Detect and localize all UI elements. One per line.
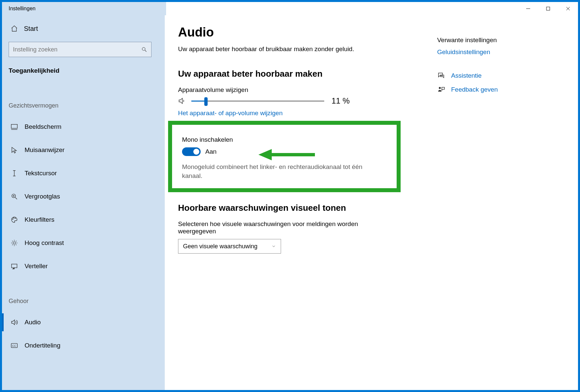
home-label: Start bbox=[24, 25, 38, 33]
speaker-icon bbox=[11, 319, 18, 326]
sidebar-item-captions[interactable]: CC Ondertiteling bbox=[9, 334, 158, 357]
visual-alert-dropdown[interactable]: Geen visuele waarschuwing bbox=[178, 239, 281, 254]
svg-rect-6 bbox=[11, 124, 17, 128]
svg-point-14 bbox=[15, 218, 16, 219]
window-title: Instellingen bbox=[2, 6, 36, 12]
search-box[interactable] bbox=[9, 42, 151, 57]
related-panel: Verwante instellingen Geluidsinstellinge… bbox=[437, 25, 553, 380]
sidebar-item-narrator[interactable]: Verteller bbox=[9, 255, 158, 278]
arrow-annotation-icon bbox=[258, 148, 315, 161]
home-button[interactable]: Start bbox=[9, 19, 158, 38]
link-sound-settings[interactable]: Geluidsinstellingen bbox=[437, 48, 553, 56]
svg-rect-1 bbox=[546, 7, 550, 10]
narrator-icon bbox=[11, 263, 18, 270]
group-vision: Gezichtsvermogen bbox=[9, 102, 158, 109]
chevron-down-icon bbox=[271, 244, 276, 249]
svg-line-23 bbox=[16, 241, 17, 242]
svg-line-21 bbox=[16, 245, 17, 245]
mono-description: Monogeluid combineert het linker- en rec… bbox=[182, 163, 375, 180]
slider-thumb[interactable] bbox=[204, 97, 208, 106]
highlight-annotation: Mono inschakelen Aan Monogeluid combinee… bbox=[168, 121, 401, 192]
toggle-knob bbox=[193, 149, 199, 155]
sidebar-item-display[interactable]: Beeldscherm bbox=[9, 115, 158, 138]
page-title: Audio bbox=[178, 25, 437, 39]
dropdown-value: Geen visuele waarschuwing bbox=[183, 243, 257, 250]
svg-line-9 bbox=[15, 197, 17, 199]
page-subtitle: Uw apparaat beter hoorbaar of bruikbaar … bbox=[178, 45, 437, 53]
close-button[interactable] bbox=[558, 2, 578, 15]
mono-title: Mono inschakelen bbox=[182, 136, 387, 143]
text-cursor-icon bbox=[11, 170, 18, 177]
group-hearing: Gehoor bbox=[9, 298, 158, 305]
sidebar-item-color-filters[interactable]: Kleurfilters bbox=[9, 208, 158, 231]
search-icon bbox=[141, 46, 147, 52]
category-label: Toegankelijkheid bbox=[9, 67, 158, 74]
home-icon bbox=[11, 25, 18, 32]
volume-icon bbox=[178, 97, 186, 105]
volume-label: Apparaatvolume wijzigen bbox=[178, 86, 437, 94]
svg-point-12 bbox=[13, 219, 13, 219]
svg-point-15 bbox=[13, 242, 15, 244]
visual-label: Selecteren hoe visuele waarschuwingen vo… bbox=[178, 220, 371, 235]
svg-text:CC: CC bbox=[12, 345, 16, 348]
sidebar-item-text-cursor[interactable]: Tekstcursor bbox=[9, 162, 158, 185]
window-controls bbox=[518, 2, 578, 15]
sidebar-item-magnifier[interactable]: Vergrootglas bbox=[9, 185, 158, 208]
svg-point-4 bbox=[142, 47, 145, 50]
link-change-volume[interactable]: Het apparaat- of app-volume wijzigen bbox=[178, 110, 437, 117]
help-assistance[interactable]: Assistentie bbox=[437, 72, 553, 80]
sidebar-item-high-contrast[interactable]: Hoog contrast bbox=[9, 231, 158, 255]
palette-icon bbox=[11, 216, 18, 223]
svg-marker-28 bbox=[258, 149, 272, 160]
mono-toggle[interactable] bbox=[182, 147, 201, 156]
feedback-icon bbox=[437, 86, 445, 94]
minimize-button[interactable] bbox=[518, 2, 538, 15]
monitor-icon bbox=[11, 123, 18, 130]
search-input[interactable] bbox=[13, 46, 141, 53]
cursor-icon bbox=[11, 146, 18, 154]
volume-row: 11 % bbox=[178, 96, 437, 106]
svg-line-20 bbox=[12, 241, 13, 242]
cc-icon: CC bbox=[11, 342, 18, 349]
chat-help-icon bbox=[437, 72, 445, 80]
svg-line-5 bbox=[145, 50, 146, 52]
help-feedback[interactable]: Feedback geven bbox=[437, 86, 553, 94]
svg-point-13 bbox=[13, 218, 14, 218]
sidebar-item-audio[interactable]: Audio bbox=[9, 311, 158, 334]
maximize-button[interactable] bbox=[538, 2, 558, 15]
volume-slider[interactable] bbox=[191, 96, 324, 106]
sidebar: Start Toegankelijkheid Gezichtsvermogen … bbox=[2, 15, 165, 390]
titlebar: Instellingen bbox=[2, 2, 578, 15]
settings-window: Instellingen Start Toegankelijkheid bbox=[2, 2, 578, 390]
brightness-icon bbox=[11, 239, 18, 247]
related-title: Verwante instellingen bbox=[437, 37, 553, 44]
section-visual-alerts: Hoorbare waarschuwingen visueel tonen bbox=[178, 203, 437, 213]
content-area: Audio Uw apparaat beter hoorbaar of brui… bbox=[165, 15, 578, 390]
svg-line-22 bbox=[12, 245, 13, 245]
magnifier-icon bbox=[11, 193, 18, 200]
sidebar-item-mouse-pointer[interactable]: Muisaanwijzer bbox=[9, 138, 158, 162]
mono-state: Aan bbox=[205, 148, 217, 155]
svg-rect-24 bbox=[12, 264, 17, 268]
svg-point-29 bbox=[439, 87, 441, 89]
section-hearable: Uw apparaat beter hoorbaar maken bbox=[178, 69, 437, 79]
volume-percent: 11 % bbox=[332, 96, 350, 106]
